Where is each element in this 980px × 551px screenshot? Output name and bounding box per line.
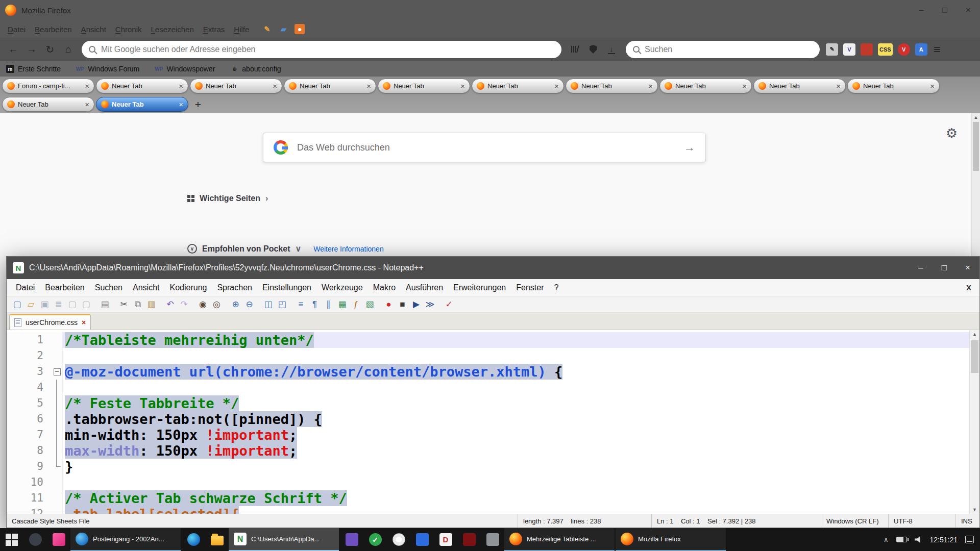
code-line[interactable] — [63, 380, 969, 395]
pocket-section-header[interactable]: ∨ Empfohlen von Pocket ∨ Weitere Informa… — [187, 244, 384, 254]
folder-menu-icon[interactable]: ▰ — [278, 24, 288, 34]
app-icon-dark[interactable] — [23, 528, 47, 551]
tab-close-icon[interactable]: × — [179, 100, 183, 109]
code-line[interactable]: } — [63, 459, 969, 474]
npp-menu-bearbeiten[interactable]: Bearbeiten — [40, 281, 89, 294]
note-menu-icon[interactable]: ✎ — [262, 24, 272, 34]
volume-icon[interactable] — [915, 536, 922, 543]
firefox-tab[interactable]: Forum - camp-fi...× — [2, 79, 94, 93]
close-button[interactable]: × — [957, 0, 980, 20]
firefox-menu-ansicht[interactable]: Ansicht — [77, 23, 111, 36]
npp-menu-ausführen[interactable]: Ausführen — [401, 281, 448, 294]
code-editor[interactable]: 1/*Tableiste mehrreihig unten*/23@-moz-d… — [7, 330, 979, 514]
npp-menu-makro[interactable]: Makro — [368, 281, 401, 294]
battery-icon[interactable] — [896, 537, 907, 542]
tab-close-icon[interactable]: × — [85, 100, 89, 109]
top-sites-section-header[interactable]: Wichtige Seiten › — [187, 194, 268, 203]
maximize-button[interactable]: □ — [933, 0, 957, 20]
doc-map-icon[interactable]: ▦ — [336, 298, 349, 311]
notes-extension-icon[interactable]: ✎ — [826, 43, 838, 56]
menubar-close-icon[interactable]: X — [966, 283, 971, 292]
app-icon-pink[interactable] — [47, 528, 70, 551]
library-button[interactable] — [567, 41, 583, 58]
app-icon-darkred[interactable] — [457, 528, 481, 551]
newtab-search-box[interactable]: Das Web durchsuchen → — [263, 133, 706, 162]
address-bar[interactable]: Mit Google suchen oder Adresse eingeben — [82, 41, 561, 58]
find-icon[interactable]: ◉ — [197, 298, 209, 311]
fold-toggle-icon[interactable] — [51, 364, 63, 380]
npp-menu-erweiterungen[interactable]: Erweiterungen — [448, 281, 511, 294]
stop-macro-icon[interactable]: ■ — [396, 298, 409, 311]
scroll-up-icon[interactable]: ▲ — [972, 113, 980, 121]
tab-close-icon[interactable]: × — [82, 318, 86, 327]
tab-close-icon[interactable]: × — [554, 82, 559, 90]
firefox-tab[interactable]: Neuer Tab× — [2, 97, 94, 112]
translate-extension-icon[interactable]: A — [915, 43, 927, 56]
close-all-icon[interactable]: ▢ — [80, 298, 92, 311]
npp-menu-help[interactable]: ? — [549, 281, 564, 294]
scroll-up-icon[interactable]: ▲ — [970, 330, 979, 338]
pocket-learn-more-link[interactable]: Weitere Informationen — [313, 245, 383, 253]
firefox-taskbar-button[interactable]: Mozilla Firefox — [616, 528, 726, 551]
code-line[interactable]: min-width: 150px !important; — [63, 427, 969, 443]
tab-close-icon[interactable]: × — [930, 82, 935, 90]
antivirus-icon[interactable] — [363, 528, 387, 551]
firefox-tab[interactable]: Neuer Tab× — [753, 79, 846, 93]
sync-h-icon[interactable]: ◰ — [276, 298, 288, 311]
show-all-chars-icon[interactable]: ¶ — [308, 298, 321, 311]
document-tab-userchrome[interactable]: userChrome.css × — [9, 314, 91, 330]
reload-button[interactable]: ↻ — [42, 41, 58, 58]
code-line[interactable] — [63, 474, 969, 490]
firefox-menu-hilfe[interactable]: Hilfe — [229, 23, 254, 36]
menu-icon[interactable]: ≡ — [934, 42, 941, 57]
print-icon[interactable]: ▤ — [99, 298, 111, 311]
undo-icon[interactable]: ↶ — [164, 298, 177, 311]
minimize-button[interactable]: – — [909, 257, 933, 279]
tab-close-icon[interactable]: × — [648, 82, 653, 90]
function-list-icon[interactable]: ƒ — [350, 298, 362, 311]
file-explorer-icon[interactable] — [205, 528, 229, 551]
maximize-button[interactable]: □ — [933, 257, 956, 279]
tab-close-icon[interactable]: × — [273, 82, 277, 90]
edge-icon[interactable] — [182, 528, 205, 551]
action-center-icon[interactable] — [965, 536, 974, 543]
paste-icon[interactable]: ▥ — [145, 298, 158, 311]
code-line[interactable]: /* Activer Tab schwarze Schrift */ — [63, 490, 969, 506]
tray-chevron-icon[interactable]: ∧ — [884, 536, 889, 543]
open-folder-icon[interactable]: ▱ — [24, 298, 37, 311]
code-line[interactable]: max-width: 150px !important; — [63, 443, 969, 459]
notepadpp-taskbar-button[interactable]: C:\Users\Andi\AppDa... — [229, 528, 339, 551]
close-button[interactable]: × — [956, 257, 979, 279]
sync-v-icon[interactable]: ◫ — [262, 298, 275, 311]
code-line[interactable]: /*Tableiste mehrreihig unten*/ — [63, 332, 969, 348]
tab-close-icon[interactable]: × — [85, 82, 89, 90]
new-file-icon[interactable]: ▢ — [11, 298, 23, 311]
new-tab-button[interactable]: + — [190, 97, 206, 112]
firefox-menu-extras[interactable]: Extras — [199, 23, 230, 36]
npp-menu-datei[interactable]: Datei — [11, 281, 40, 294]
tracking-protection-button[interactable] — [585, 41, 601, 58]
zoom-out-icon[interactable]: ⊖ — [243, 298, 256, 311]
gear-icon[interactable]: ⚙ — [946, 126, 958, 141]
code-line[interactable]: .tabbrowser-tab:not([pinned]) { — [63, 411, 969, 427]
firefox-tab[interactable]: Neuer Tab× — [96, 79, 188, 93]
save-icon[interactable]: ▣ — [38, 298, 51, 311]
code-line[interactable] — [63, 348, 969, 364]
play-macro-icon[interactable]: ▶ — [410, 298, 423, 311]
firefox-menu-bearbeiten[interactable]: Bearbeiten — [30, 23, 77, 36]
tab-close-icon[interactable]: × — [460, 82, 465, 90]
firefox-tab[interactable]: Neuer Tab× — [566, 79, 658, 93]
v-circle-extension-icon[interactable]: V — [898, 43, 910, 56]
search-menu-icon[interactable]: ● — [295, 24, 305, 34]
npp-menu-werkzeuge[interactable]: Werkzeuge — [316, 281, 368, 294]
code-line[interactable]: /* Feste Tabbreite */ — [63, 395, 969, 411]
firefox-menu-lesezeichen[interactable]: Lesezeichen — [146, 23, 199, 36]
red-notebook-extension-icon[interactable] — [861, 43, 873, 56]
scrollbar-thumb[interactable] — [973, 122, 979, 171]
notepadpp-titlebar[interactable]: C:\Users\Andi\AppData\Roaming\Mozilla\Fi… — [7, 257, 979, 279]
firefox-tab-active[interactable]: Neuer Tab× — [96, 97, 188, 112]
firefox-tab[interactable]: Neuer Tab× — [190, 79, 282, 93]
replace-icon[interactable]: ◎ — [210, 298, 223, 311]
npp-menu-kodierung[interactable]: Kodierung — [164, 281, 212, 294]
forward-button[interactable]: → — [23, 41, 40, 58]
